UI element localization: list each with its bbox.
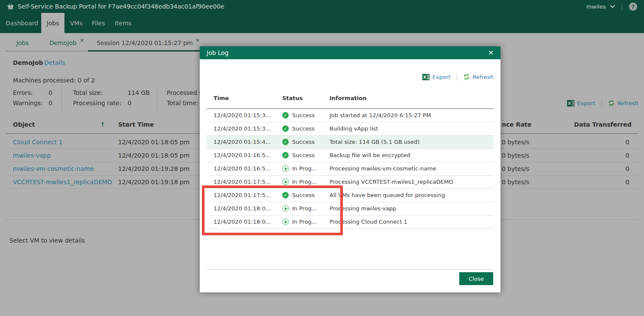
- log-info: Processing mwiles-vapp: [330, 205, 396, 212]
- stat-processing-rate-value: 0: [128, 100, 131, 106]
- session-toolbar: X Export Refresh: [554, 98, 638, 108]
- rate-cell: 0 bytes/s: [502, 165, 529, 172]
- dialog-close-icon[interactable]: ✕: [488, 50, 494, 56]
- main-nav: Dashboard Jobs VMs Files Items: [0, 13, 644, 33]
- titlebar-separator: [622, 3, 622, 10]
- log-status-label: In Prog...: [292, 219, 317, 225]
- log-status: ✓ Success: [282, 152, 314, 158]
- start-time-cell: 12/4/2020 01:18:05 pm: [118, 152, 189, 159]
- log-row[interactable]: 12/4/2020 01:16:5... ✓ Success Backup fi…: [207, 149, 494, 162]
- stat-errors-label: Errors:: [13, 89, 33, 96]
- subtab-active-underline: [88, 50, 202, 52]
- nav-tab-items[interactable]: Items: [109, 13, 137, 33]
- subtab-demojob-close-icon[interactable]: ×: [80, 38, 84, 43]
- col-start-time[interactable]: Start Time: [118, 121, 154, 128]
- log-row[interactable]: 12/4/2020 01:17:5... ✓ Success All VMs h…: [207, 189, 494, 202]
- data-cell: 0: [626, 179, 629, 185]
- log-time: 12/4/2020 01:18:0...: [214, 205, 271, 212]
- log-status-label: Success: [292, 139, 314, 145]
- job-log-title: Job Log: [207, 49, 229, 56]
- start-time-cell: 12/4/2020 01:18:05 pm: [118, 139, 189, 146]
- svg-text:X: X: [423, 75, 426, 79]
- object-link[interactable]: Cloud Connect 1: [13, 139, 63, 146]
- success-icon: ✓: [282, 112, 289, 118]
- log-status: In Prog...: [282, 179, 317, 185]
- nav-tab-jobs[interactable]: Jobs: [41, 13, 64, 33]
- stat-total-size-label: Total size:: [73, 89, 103, 96]
- nav-tab-dashboard-label: Dashboard: [6, 20, 38, 27]
- help-icon[interactable]: ?: [629, 3, 637, 11]
- stat-processing-rate-label: Processing rate:: [73, 100, 121, 106]
- log-info: Processing Cloud Connect 1: [330, 219, 407, 225]
- titlebar: Self-Service Backup Portal for F7ae49cc0…: [0, 0, 644, 13]
- job-details-link[interactable]: Details: [44, 59, 65, 66]
- log-row[interactable]: 12/4/2020 01:15:3... ✓ Success Job start…: [207, 109, 494, 122]
- toolbar-separator: [457, 73, 457, 81]
- chevron-down-icon[interactable]: [610, 5, 615, 8]
- data-cell: 0: [626, 165, 629, 172]
- log-row[interactable]: 12/4/2020 01:16:5... In Prog... Processi…: [207, 162, 494, 176]
- log-col-status[interactable]: Status: [282, 95, 303, 101]
- object-link[interactable]: VCCRTEST-mwiles1_replicaDEMO: [13, 179, 112, 185]
- nav-tab-dashboard[interactable]: Dashboard: [3, 13, 41, 33]
- stat-total-size-value: 114 GB: [128, 89, 150, 96]
- success-icon: ✓: [282, 192, 289, 198]
- subtab-underline: [6, 51, 88, 52]
- in-progress-icon: [282, 179, 289, 185]
- app-title: Self-Service Backup Portal for F7ae49cc0…: [18, 3, 224, 10]
- stat-total-time-label: Total time:: [167, 100, 198, 106]
- subtab-session-close-icon[interactable]: ×: [195, 38, 200, 43]
- job-log-export-button[interactable]: X Export: [422, 74, 451, 80]
- object-link[interactable]: mwiles-vapp: [13, 152, 51, 159]
- nav-tab-files[interactable]: Files: [88, 13, 109, 33]
- select-vm-hint: Select VM to view details: [9, 237, 85, 244]
- rate-cell: 0 bytes/s: [502, 179, 529, 185]
- session-refresh-button[interactable]: Refresh: [608, 100, 638, 106]
- log-status-label: Success: [292, 192, 314, 198]
- session-export-label: Export: [577, 100, 595, 106]
- in-progress-icon: [282, 205, 289, 212]
- job-log-toolbar: X Export Refresh: [422, 73, 494, 81]
- log-row[interactable]: 12/4/2020 01:17:5... In Prog... Processi…: [207, 176, 494, 189]
- app-brand: Self-Service Backup Portal for F7ae49cc0…: [7, 3, 224, 10]
- job-log-refresh-button[interactable]: Refresh: [463, 73, 494, 80]
- stats-divider: [61, 86, 62, 109]
- log-time: 12/4/2020 01:17:5...: [214, 192, 271, 198]
- log-status-label: In Prog...: [292, 179, 317, 185]
- col-data-transferred[interactable]: Data Transferred: [574, 121, 632, 128]
- log-status: In Prog...: [282, 165, 317, 172]
- log-info: Building vApp list: [330, 125, 378, 132]
- log-row[interactable]: 12/4/2020 01:18:0... In Prog... Processi…: [207, 202, 494, 216]
- job-log-dialog-header: Job Log ✕: [200, 46, 501, 59]
- refresh-icon: [608, 100, 615, 106]
- success-icon: ✓: [282, 125, 289, 132]
- nav-tab-jobs-label: Jobs: [47, 20, 59, 27]
- subtab-jobs[interactable]: Jobs: [16, 40, 29, 50]
- sort-ascending-icon: ↑: [100, 121, 105, 128]
- log-row[interactable]: 12/4/2020 01:18:0... In Prog... Processi…: [207, 216, 494, 229]
- log-row-selected[interactable]: 12/4/2020 01:15:4... ✓ Success Total siz…: [207, 136, 494, 149]
- rate-cell: 0 bytes/s: [502, 152, 529, 159]
- log-col-information[interactable]: Information: [330, 95, 366, 101]
- log-time: 12/4/2020 01:16:5...: [214, 152, 271, 158]
- log-info: Processing mwiles-vm-cosmetic-name: [330, 165, 436, 172]
- nav-tab-vms[interactable]: VMs: [64, 13, 88, 33]
- start-time-cell: 12/4/2020 01:19:18 pm: [118, 179, 189, 185]
- job-log-export-label: Export: [432, 74, 451, 80]
- job-log-rows: 12/4/2020 01:15:3... ✓ Success Job start…: [207, 109, 494, 229]
- job-log-refresh-label: Refresh: [473, 74, 494, 80]
- user-menu-label[interactable]: mwiles: [586, 3, 606, 10]
- log-col-time[interactable]: Time: [214, 95, 229, 101]
- subtab-demojob[interactable]: DemoJob: [49, 40, 76, 50]
- session-export-button[interactable]: X Export: [567, 100, 595, 106]
- col-object[interactable]: Object: [13, 121, 35, 128]
- col-performance-rate[interactable]: nce Rate: [502, 121, 531, 128]
- basket-icon: [7, 3, 14, 10]
- object-link[interactable]: mwiles-vm-cosmetic-name: [13, 165, 94, 172]
- refresh-icon: [463, 73, 470, 80]
- close-button[interactable]: Close: [459, 272, 493, 285]
- stat-processed-size-label: Processed si: [167, 89, 204, 96]
- subtab-session[interactable]: Session 12/4/2020 01:15:27 pm: [97, 40, 193, 50]
- toolbar-separator: [601, 99, 602, 107]
- log-row[interactable]: 12/4/2020 01:15:3... ✓ Success Building …: [207, 122, 494, 136]
